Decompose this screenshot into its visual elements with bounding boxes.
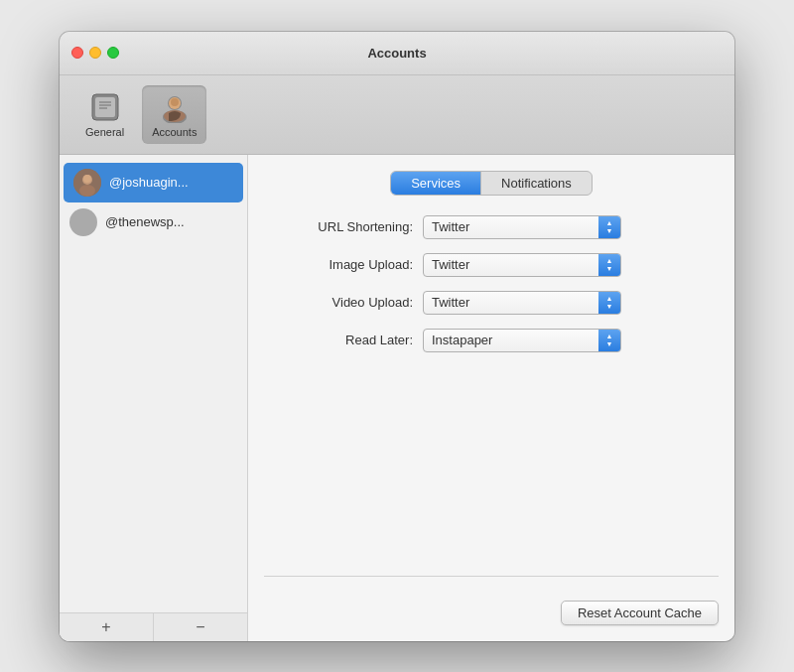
close-button[interactable] [71, 47, 83, 59]
url-shortening-arrows: ▲ ▼ [598, 216, 620, 238]
sidebar-list: @joshuagin... @thenewsp... [60, 155, 247, 612]
section-divider [264, 576, 719, 577]
accounts-label: Accounts [152, 126, 197, 138]
read-later-row: Read Later: Instapaper ▲ ▼ [264, 329, 719, 352]
url-shortening-label: URL Shortening: [264, 219, 413, 234]
read-later-label: Read Later: [264, 333, 413, 347]
url-shortening-value: Twitter [424, 219, 598, 234]
general-icon [89, 91, 121, 123]
minimize-button[interactable] [89, 47, 101, 59]
form-section: URL Shortening: Twitter ▲ ▼ Image Upload… [264, 215, 719, 560]
sidebar-username-thenewsp: @thenewsp... [105, 214, 185, 229]
read-later-arrows: ▲ ▼ [598, 330, 620, 351]
image-upload-select[interactable]: Twitter ▲ ▼ [423, 253, 621, 277]
arrow-down-icon: ▼ [606, 227, 613, 234]
segmented-control: Services Notifications [390, 171, 593, 196]
toolbar-item-general[interactable]: General [75, 85, 134, 144]
video-upload-arrows: ▲ ▼ [598, 292, 620, 314]
general-label: General [85, 126, 124, 138]
right-panel: Services Notifications URL Shortening: T… [248, 155, 734, 641]
arrow-down-icon: ▼ [606, 340, 613, 347]
arrow-down-icon: ▼ [606, 265, 613, 272]
video-upload-value: Twitter [424, 295, 598, 310]
svg-point-13 [83, 175, 91, 183]
video-upload-row: Video Upload: Twitter ▲ ▼ [264, 291, 719, 315]
sidebar: @joshuagin... @thenewsp... + − [60, 155, 248, 641]
window-title: Accounts [367, 46, 426, 61]
sidebar-username-joshuagin: @joshuagin... [109, 175, 189, 190]
tab-notifications[interactable]: Notifications [481, 172, 592, 195]
main-window: Accounts General [60, 32, 734, 641]
titlebar: Accounts [60, 32, 734, 75]
toolbar: General Accounts [60, 75, 734, 155]
image-upload-value: Twitter [424, 257, 598, 272]
arrow-up-icon: ▲ [606, 295, 613, 302]
traffic-lights [71, 47, 119, 59]
image-upload-label: Image Upload: [264, 257, 413, 272]
read-later-select[interactable]: Instapaper ▲ ▼ [423, 329, 621, 352]
add-account-button[interactable]: + [60, 613, 153, 641]
avatar-joshuagin [73, 169, 101, 197]
accounts-icon [159, 91, 191, 123]
reset-account-cache-button[interactable]: Reset Account Cache [561, 601, 719, 625]
sidebar-item-thenewsp[interactable]: @thenewsp... [60, 202, 247, 242]
video-upload-select[interactable]: Twitter ▲ ▼ [423, 291, 621, 315]
arrow-down-icon: ▼ [606, 303, 613, 310]
sidebar-footer: + − [60, 612, 247, 641]
main-content: @joshuagin... @thenewsp... + − Services … [60, 155, 734, 641]
arrow-up-icon: ▲ [606, 219, 613, 226]
image-upload-arrows: ▲ ▼ [598, 254, 620, 276]
arrow-up-icon: ▲ [606, 333, 613, 339]
video-upload-label: Video Upload: [264, 295, 413, 310]
sidebar-item-joshuagin[interactable]: @joshuagin... [64, 163, 243, 202]
svg-point-12 [79, 185, 95, 197]
svg-point-9 [171, 98, 179, 106]
avatar-thenewsp [69, 208, 97, 236]
arrow-up-icon: ▲ [606, 257, 613, 264]
image-upload-row: Image Upload: Twitter ▲ ▼ [264, 253, 719, 277]
svg-rect-1 [95, 97, 115, 117]
url-shortening-select[interactable]: Twitter ▲ ▼ [423, 215, 621, 239]
maximize-button[interactable] [107, 47, 119, 59]
read-later-value: Instapaper [424, 333, 598, 347]
remove-account-button[interactable]: − [154, 613, 247, 641]
toolbar-item-accounts[interactable]: Accounts [142, 85, 206, 144]
right-panel-bottom: Reset Account Cache [264, 601, 719, 625]
url-shortening-row: URL Shortening: Twitter ▲ ▼ [264, 215, 719, 239]
tab-services[interactable]: Services [391, 172, 480, 195]
